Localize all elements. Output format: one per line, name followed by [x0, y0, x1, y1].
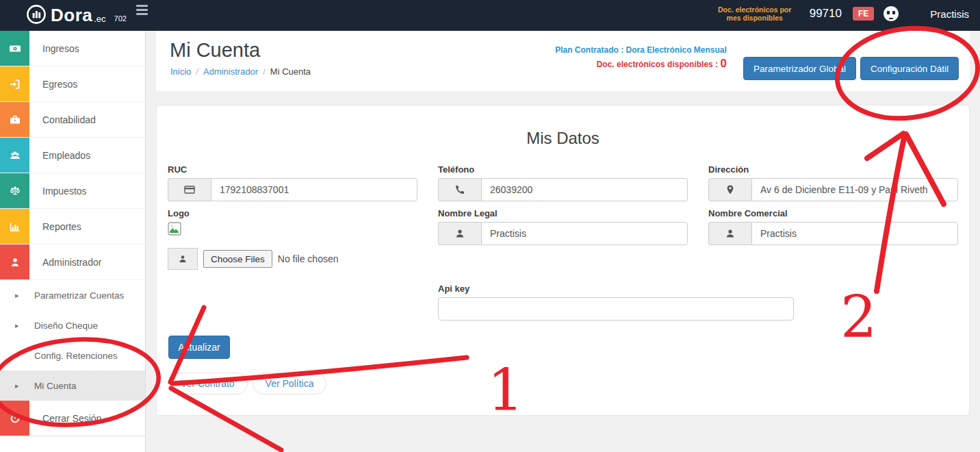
brand-logo[interactable]: Dora .ec [26, 4, 106, 27]
user-icon [0, 244, 29, 279]
plan-contracted: Plan Contratado : Dora Electrónico Mensu… [555, 45, 727, 55]
telefono-label: Teléfono [438, 164, 688, 175]
logo-label: Logo [168, 208, 417, 218]
sidebar-item-label: Reportes [29, 209, 81, 244]
scales-icon [0, 173, 29, 208]
configuracion-datil-button[interactable]: Configuración Dátil [860, 57, 959, 80]
field-ruc: RUC [168, 158, 417, 201]
sidebar-subitem-diseno-cheque[interactable]: ▸ Diseño Cheque [0, 310, 145, 340]
docs-count: 99710 [810, 7, 842, 21]
header-buttons: Parametrizador Global Configuración Dáti… [739, 57, 959, 80]
sidebar-subitem-label: Mi Cuenta [34, 381, 77, 391]
sidebar-item-label: Administrador [29, 244, 101, 279]
user-icon [168, 248, 198, 270]
user-icon [708, 222, 751, 245]
sidebar-item-label: Empleados [29, 138, 90, 173]
sidebar-item-contabilidad[interactable]: Contabilidad [0, 102, 145, 138]
bar-chart-icon [0, 209, 29, 244]
nombre-comercial-label: Nombre Comercial [708, 208, 958, 218]
sidebar-item-reportes[interactable]: Reportes [0, 209, 145, 244]
menu-icon[interactable] [136, 5, 148, 15]
sidebar-subitem-parametrizar-cuentas[interactable]: ▸ Parametrizar Cuentas [0, 280, 145, 310]
sidebar-item-label: Cerrar Sesión [29, 401, 101, 436]
ver-contrato-button[interactable]: Ver Contrato [168, 373, 248, 394]
phone-icon [438, 178, 481, 201]
header-right: Doc. electrónicos por mes disponibles 99… [711, 0, 972, 27]
logo-file-row: Choose Files No file chosen [168, 248, 417, 270]
ruc-label: RUC [168, 164, 417, 175]
briefcase-icon [0, 102, 29, 137]
choose-files-button[interactable]: Choose Files [203, 250, 272, 268]
field-telefono: Teléfono [438, 158, 688, 201]
robot-avatar-icon[interactable] [884, 6, 899, 21]
document-links: Ver Contrato Ver Política [168, 373, 958, 394]
sidebar: Ingresos Egresos Contabilidad Empleados [0, 31, 146, 452]
nombre-comercial-input[interactable] [751, 222, 958, 245]
page-titlebar: Mi Cuenta Inicio/Administrador/Mi Cuenta… [156, 31, 970, 91]
docs-available: Doc. electrónicos disponibles : 0 [555, 57, 727, 71]
credit-card-icon [168, 178, 211, 201]
nombre-legal-input[interactable] [481, 222, 688, 245]
nombre-legal-label: Nombre Legal [438, 208, 688, 218]
field-direccion: Dirección [708, 158, 958, 201]
docs-available-value: 0 [720, 57, 726, 70]
form-heading: Mis Datos [168, 129, 958, 148]
sign-in-icon [0, 66, 29, 101]
field-api-key: Api key [438, 270, 958, 321]
caret-right-icon: ▸ [15, 291, 34, 300]
caret-right-icon: ▸ [15, 351, 34, 360]
main-content: Mi Cuenta Inicio/Administrador/Mi Cuenta… [156, 31, 970, 416]
sidebar-item-empleados[interactable]: Empleados [0, 138, 145, 173]
sidebar-subitem-mi-cuenta[interactable]: ▸ Mi Cuenta [0, 371, 145, 401]
account-name: Practisis [930, 8, 969, 20]
map-pin-icon [708, 178, 751, 201]
direccion-label: Dirección [708, 164, 958, 175]
power-icon [0, 401, 29, 436]
api-key-input[interactable] [438, 297, 794, 321]
user-icon [438, 222, 481, 245]
titlebar-right: Plan Contratado : Dora Electrónico Mensu… [555, 45, 959, 80]
ver-politica-button[interactable]: Ver Política [253, 373, 327, 394]
sidebar-item-label: Contabilidad [29, 102, 96, 137]
brand-code: 702 [114, 14, 127, 23]
users-icon [0, 138, 29, 173]
brand-name: Dora [51, 5, 92, 26]
docs-available-note: Doc. electrónicos por mes disponibles [711, 5, 799, 22]
sidebar-item-label: Ingresos [29, 31, 79, 66]
caret-right-icon: ▸ [15, 321, 34, 330]
breadcrumb: Inicio/Administrador/Mi Cuenta [170, 66, 311, 77]
money-icon [0, 31, 29, 66]
field-nombre-legal: Nombre Legal [438, 201, 688, 270]
broken-image-icon [168, 222, 417, 238]
parametrizador-global-button[interactable]: Parametrizador Global [743, 57, 856, 80]
sidebar-subitem-label: Diseño Cheque [34, 321, 98, 331]
sidebar-subitem-config-retenciones[interactable]: ▸ Config. Retenciones [0, 340, 145, 371]
sidebar-subitem-label: Config. Retenciones [34, 351, 118, 361]
sidebar-item-cerrar-sesion[interactable]: Cerrar Sesión [0, 401, 145, 436]
actualizar-button[interactable]: Actualizar [168, 336, 230, 359]
sidebar-item-label: Egresos [29, 66, 77, 101]
ruc-input[interactable] [211, 178, 417, 201]
plan-info: Plan Contratado : Dora Electrónico Mensu… [555, 45, 727, 71]
mis-datos-card: Mis Datos RUC Teléfono [156, 105, 970, 416]
brand-chart-icon [26, 4, 47, 27]
breadcrumb-inicio[interactable]: Inicio [170, 66, 191, 77]
telefono-input[interactable] [481, 178, 688, 201]
form-grid: RUC Teléfono [168, 158, 958, 321]
sidebar-item-egresos[interactable]: Egresos [0, 66, 145, 102]
brand-suffix: .ec [94, 14, 105, 24]
field-nombre-comercial: Nombre Comercial [708, 201, 958, 270]
sidebar-item-administrador[interactable]: Administrador [0, 244, 145, 280]
screen: Dora .ec 702 Doc. electrónicos por mes d… [0, 0, 980, 452]
sidebar-item-ingresos[interactable]: Ingresos [0, 31, 145, 66]
api-key-label: Api key [438, 284, 958, 294]
sidebar-item-label: Impuestos [29, 173, 87, 208]
field-logo: Logo Choose Files No file chosen [168, 201, 417, 270]
file-status: No file chosen [278, 253, 339, 264]
sidebar-subitem-label: Parametrizar Cuentas [34, 290, 124, 301]
direccion-input[interactable] [751, 178, 958, 201]
sidebar-item-impuestos[interactable]: Impuestos [0, 173, 145, 209]
caret-right-icon: ▸ [15, 381, 34, 390]
breadcrumb-administrador[interactable]: Administrador [203, 66, 258, 77]
breadcrumb-current: Mi Cuenta [270, 66, 311, 77]
